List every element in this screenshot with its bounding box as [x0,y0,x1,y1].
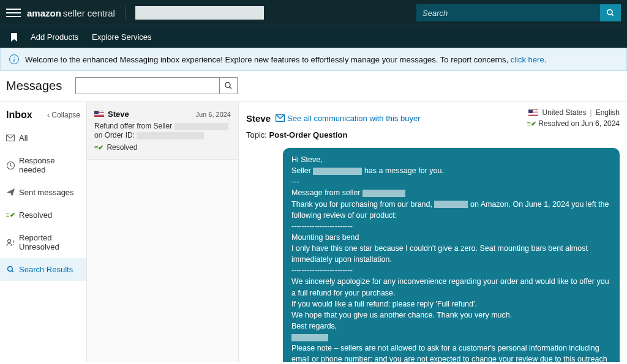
sub-nav: Add Products Explore Services [0,26,627,48]
msg-line: Hi Steve, [291,155,323,164]
topic-value: Post-Order Question [269,130,348,139]
thread-status: ≡✔ Resolved [94,143,231,152]
svg-line-8 [12,270,13,272]
top-bar: amazonseller central [0,0,627,26]
locale-language: English [596,108,620,117]
sidebar-item-response-needed[interactable]: Response needed [0,149,86,181]
topic-label: Topic: [246,130,269,139]
redacted [434,201,468,208]
thread-sender-name: Steve [108,110,129,119]
bookmark-icon[interactable] [11,33,17,42]
redacted [362,190,405,197]
msg-line: --- [291,177,299,186]
msg-line: If you would like a full refund: please … [291,300,477,308]
resolved-icon: ≡✔ [6,211,15,220]
clock-icon [6,161,15,169]
thread-date: Jun 6, 2024 [196,111,231,118]
logo-sc-text: seller central [63,8,115,18]
messages-search-input[interactable] [75,77,219,94]
search-icon [224,81,233,90]
msg-line: has a message for you. [362,166,443,175]
banner-link[interactable]: click here [511,55,544,64]
inbox-sidebar: Inbox ‹ Collapse All Response needed Sen… [0,102,87,362]
resolved-label: Resolved on Jun 6, 2024 [538,119,620,128]
svg-line-1 [612,14,614,16]
us-flag-icon [94,111,104,117]
msg-line: Thank you for purchasing from our brand, [291,200,434,209]
sidebar-item-label: Sent messages [19,188,74,197]
buyer-name: Steve [246,113,271,124]
thread-status-label: Resolved [107,143,137,152]
resolved-icon: ≡✔ [527,120,536,127]
msg-line: Message from seller [291,188,362,197]
redacted-account-box [135,6,264,20]
svg-line-3 [230,87,231,89]
msg-line: Please note – sellers are not allowed to… [291,344,607,362]
thread-subject-line2: on Order ID: [94,131,137,139]
envelope-icon [6,134,15,143]
send-icon [6,188,15,197]
sidebar-item-all[interactable]: All [0,127,86,149]
envelope-icon [276,114,285,122]
msg-line: ------------------------ [291,222,353,231]
menu-icon[interactable] [6,6,21,20]
search-input[interactable] [416,4,600,21]
sidebar-item-label: All [19,133,28,143]
sidebar-item-label: Response needed [19,156,80,174]
detail-header: Steve See all communication with this bu… [246,108,620,128]
sidebar-item-reported[interactable]: Reported Unresolved [0,226,86,258]
svg-point-0 [607,10,612,15]
messages-search [75,77,238,94]
messages-search-button[interactable] [219,77,238,94]
thread-sender: Steve [94,110,129,119]
search-button[interactable] [600,4,621,21]
inbox-title: Inbox [6,110,32,121]
nav-add-products[interactable]: Add Products [31,32,78,42]
topic-row: Topic: Post-Order Question [246,130,620,139]
msg-line: We hope that you give us another chance.… [291,311,512,319]
redacted [313,168,362,175]
us-flag-icon [528,110,538,116]
page-title: Messages [6,79,62,93]
message-detail: Steve See all communication with this bu… [239,102,627,362]
redacted [175,123,228,130]
thread-subject: Refund offer from Seller on Order ID: [94,121,231,139]
resolved-icon: ≡✔ [94,144,103,152]
redacted [291,334,328,341]
msg-line: Seller [291,166,313,175]
thread-item[interactable]: Steve Jun 6, 2024 Refund offer from Sell… [87,102,238,160]
sidebar-item-label: Reported Unresolved [19,233,80,251]
svg-point-6 [8,239,11,242]
messages-header: Messages [0,71,627,102]
person-alert-icon [6,238,15,247]
divider [125,6,126,20]
thread-subject-prefix: Refund offer from Seller [94,122,175,130]
main-content: Inbox ‹ Collapse All Response needed Sen… [0,102,627,362]
see-all-communication-link[interactable]: See all communication with this buyer [276,114,421,123]
sidebar-item-resolved[interactable]: ≡✔ Resolved [0,204,86,226]
amazon-logo[interactable]: amazonseller central [27,8,115,18]
collapse-button[interactable]: ‹ Collapse [47,111,80,119]
separator: | [590,108,592,117]
banner-period: . [544,55,547,64]
search-icon [6,266,15,274]
sidebar-item-search-results[interactable]: Search Results [0,258,86,281]
resolved-status: ≡✔ Resolved on Jun 6, 2024 [527,119,620,128]
sidebar-item-label: Search Results [19,265,73,274]
link-label: See all communication with this buyer [287,114,421,123]
info-icon: i [9,54,19,64]
info-banner: i Welcome to the enhanced Messaging inbo… [0,48,627,71]
svg-point-7 [7,267,12,272]
detail-meta: United States | English ≡✔ Resolved on J… [527,108,620,128]
global-search [416,4,621,21]
nav-explore-services[interactable]: Explore Services [92,32,152,42]
logo-amazon-text: amazon [27,8,61,18]
msg-line: We sincerely apologize for any inconveni… [291,277,609,297]
sidebar-item-label: Resolved [19,210,52,220]
banner-msg: Welcome to the enhanced Messaging inbox … [25,55,511,64]
msg-line: Mounting bars bend [291,233,359,242]
redacted [137,132,204,139]
locale-country: United States [542,108,586,117]
sidebar-item-sent[interactable]: Sent messages [0,181,86,204]
search-icon [606,9,615,17]
